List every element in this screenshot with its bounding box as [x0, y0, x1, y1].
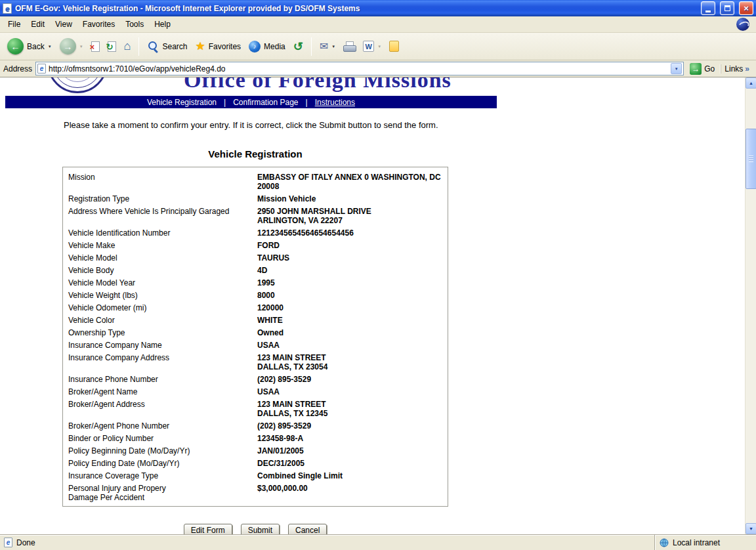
links-label: Links: [724, 64, 743, 74]
form-buttons: Edit Form Submit Cancel: [62, 524, 448, 534]
mail-button[interactable]: ✉ ▼: [316, 39, 339, 54]
links-toolbar[interactable]: Links »: [721, 64, 753, 74]
standard-toolbar: ← Back ▼ → ▼ × ↻ ⌂ Search ★ Favorites ♪ …: [0, 33, 756, 60]
search-label: Search: [162, 42, 187, 51]
table-row: Policy Ending Date (Mo/Day/Yr) DEC/31/20…: [63, 457, 448, 469]
address-label: Address: [3, 64, 32, 74]
status-message-panel: e Done: [0, 538, 654, 547]
edit-form-button[interactable]: Edit Form: [184, 524, 232, 534]
security-zone-panel: Local intranet: [654, 535, 756, 550]
minimize-icon: [705, 11, 711, 12]
field-value: 1212345654564654654456: [257, 228, 442, 238]
menu-item-file[interactable]: File: [3, 17, 26, 32]
field-label: Vehicle Odometer (mi): [68, 303, 257, 312]
address-dropdown-button[interactable]: ▼: [671, 63, 682, 74]
field-label: Registration Type: [68, 194, 257, 203]
favorites-button[interactable]: ★ Favorites: [192, 39, 245, 54]
go-button[interactable]: → Go: [687, 62, 717, 75]
field-label: Vehicle Make: [68, 241, 257, 250]
table-row: Vehicle Body 4D: [63, 264, 448, 276]
site-header: Office of Foreign Missions: [0, 77, 745, 96]
field-value: WHITE: [257, 316, 442, 325]
edit-with-word-button[interactable]: W ▼: [360, 39, 385, 54]
field-label: Policy Ending Date (Mo/Day/Yr): [68, 459, 257, 468]
menu-item-edit[interactable]: Edit: [26, 17, 50, 32]
menu-item-help[interactable]: Help: [149, 17, 176, 32]
menu-item-view[interactable]: View: [50, 17, 77, 32]
stop-button[interactable]: ×: [88, 39, 103, 54]
field-label: Vehicle Model Year: [68, 278, 257, 287]
table-row: Vehicle Make FORD: [63, 239, 448, 251]
menu-item-favorites[interactable]: Favorites: [77, 17, 120, 32]
search-button[interactable]: Search: [144, 39, 190, 54]
nav-item-confirmation-page[interactable]: Confirmation Page: [233, 98, 298, 107]
table-row: Broker/Agent Phone Number (202) 895-3529: [63, 419, 448, 432]
back-icon: ←: [7, 38, 24, 54]
scroll-thumb[interactable]: [746, 129, 756, 189]
address-input[interactable]: [49, 64, 668, 74]
home-button[interactable]: ⌂: [121, 39, 135, 54]
close-button[interactable]: ×: [739, 1, 753, 15]
field-label: Policy Beginning Date (Mo/Day/Yr): [68, 446, 257, 455]
confirmation-instruction: Please take a moment to confirm your ent…: [64, 120, 745, 130]
table-row: Vehicle Odometer (mi) 120000: [63, 301, 448, 314]
field-value: 2950 JOHN MARSHALL DRIVE ARLINGTON, VA 2…: [257, 207, 442, 225]
print-icon: [343, 41, 355, 52]
field-value: 1995: [257, 278, 442, 287]
search-icon: [147, 41, 159, 53]
field-value: $3,000,000.00: [257, 484, 442, 502]
restore-button[interactable]: [720, 1, 734, 15]
word-dropdown-icon: ▼: [377, 45, 381, 49]
vertical-scrollbar[interactable]: ▲ ▼: [745, 77, 756, 534]
field-label: Personal Injury and Propery Damage Per A…: [68, 484, 257, 502]
nav-item-vehicle-registration[interactable]: Vehicle Registration: [147, 98, 217, 107]
submit-button[interactable]: Submit: [241, 524, 280, 534]
mail-dropdown-icon[interactable]: ▼: [331, 45, 335, 49]
cancel-button[interactable]: Cancel: [288, 524, 327, 534]
back-dropdown-icon[interactable]: ▼: [48, 45, 52, 49]
back-button[interactable]: ← Back ▼: [4, 36, 55, 56]
note-button[interactable]: [386, 39, 402, 54]
minimize-button[interactable]: [701, 1, 715, 15]
nav-separator: |: [306, 98, 308, 107]
brand-logo-icon: [736, 18, 749, 31]
media-label: Media: [264, 42, 285, 51]
print-button[interactable]: [340, 39, 358, 54]
field-value: USAA: [257, 341, 442, 350]
table-row: Broker/Agent Name USAA: [63, 385, 448, 398]
security-zone-label: Local intranet: [673, 538, 720, 547]
field-label: Address Where Vehicle Is Principally Gar…: [68, 207, 257, 225]
scroll-down-button[interactable]: ▼: [746, 523, 756, 534]
address-bar: Address e ▼ → Go Links »: [0, 60, 756, 77]
word-icon: W: [363, 41, 374, 52]
title-bar: e OFM E-Gov: Vehicle Registration - Micr…: [0, 0, 756, 16]
go-label: Go: [704, 64, 715, 74]
field-label: Binder or Policy Number: [68, 434, 257, 443]
history-button[interactable]: ↺: [290, 39, 306, 54]
scroll-up-button[interactable]: ▲: [746, 77, 756, 89]
field-value: (202) 895-3529: [257, 421, 442, 431]
media-icon: ♪: [249, 41, 261, 53]
field-label: Ownership Type: [68, 328, 257, 337]
field-value: Owned: [257, 328, 442, 337]
field-value: 8000: [257, 291, 442, 300]
menu-item-tools[interactable]: Tools: [120, 17, 149, 32]
field-label: Broker/Agent Name: [68, 387, 257, 396]
field-value: Combined Single Limit: [257, 471, 442, 480]
table-row: Address Where Vehicle Is Principally Gar…: [63, 205, 448, 226]
restore-icon: [724, 5, 730, 11]
nav-item-instructions[interactable]: Instructions: [315, 98, 355, 107]
field-value: Mission Vehicle: [257, 194, 442, 203]
field-label: Vehicle Body: [68, 266, 257, 275]
media-button[interactable]: ♪ Media: [245, 39, 289, 54]
refresh-icon: ↻: [108, 41, 116, 52]
home-icon: ⌂: [124, 41, 131, 52]
address-field: e ▼: [35, 62, 684, 75]
field-label: Vehicle Weight (lbs): [68, 291, 257, 300]
ie-window-icon: e: [3, 3, 12, 14]
menu-bar: File Edit View Favorites Tools Help: [0, 16, 756, 33]
table-row: Vehicle Weight (lbs) 8000: [63, 289, 448, 301]
forward-button[interactable]: → ▼: [56, 36, 87, 56]
toolbar-separator: [138, 37, 139, 56]
refresh-button[interactable]: ↻: [104, 39, 119, 54]
